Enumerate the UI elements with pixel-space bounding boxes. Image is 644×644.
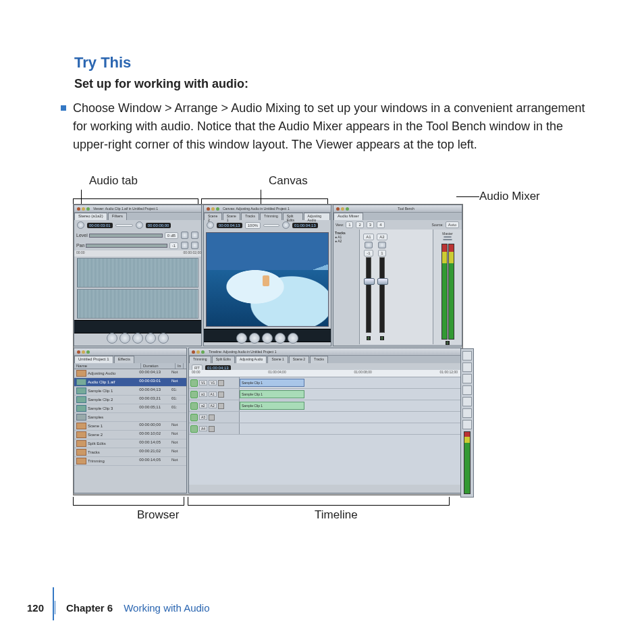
mute-icon[interactable] — [378, 242, 386, 248]
viewer-fit[interactable] — [115, 224, 133, 227]
canvas-view[interactable] — [263, 224, 279, 227]
view-2[interactable]: 2 — [356, 221, 363, 228]
zoom-icon[interactable] — [216, 207, 219, 211]
tab-stereo[interactable]: Stereo (a1a2) — [74, 213, 107, 220]
minimize-icon[interactable] — [341, 207, 344, 211]
minimize-icon[interactable] — [196, 350, 200, 354]
timeline-track[interactable]: a1A1Sample Clip 1 — [189, 389, 460, 400]
razor-tool-icon[interactable] — [462, 385, 472, 395]
goto-start-icon[interactable] — [236, 333, 247, 344]
fader-a2[interactable]: A2 1 0 — [377, 233, 387, 340]
zoom-icon[interactable] — [86, 350, 90, 354]
arrow-tool-icon[interactable] — [462, 351, 472, 360]
tab[interactable]: Trimming — [189, 356, 211, 363]
loop-icon[interactable] — [136, 221, 143, 229]
timeline-track[interactable]: A4 — [189, 423, 460, 435]
zoom-icon[interactable] — [346, 207, 349, 211]
close-icon[interactable] — [336, 207, 340, 211]
tab[interactable]: Scene 1 — [223, 213, 241, 220]
pan-value[interactable]: -1 — [169, 242, 178, 249]
view-3[interactable]: 3 — [367, 221, 374, 228]
goto-end-icon[interactable] — [158, 333, 169, 344]
browser-row[interactable]: Adjusting Audio00:00:04;13Not — [74, 369, 186, 378]
view-1[interactable]: 1 — [346, 221, 353, 228]
clip[interactable]: Sample Clip 1 — [240, 390, 304, 398]
fader-a1[interactable]: A1 -1 0 — [364, 233, 373, 340]
timeline-track[interactable]: a2A2Sample Clip 1 — [189, 400, 460, 412]
tab[interactable]: Trimming — [260, 213, 282, 220]
zoom-icon[interactable] — [201, 350, 205, 354]
tab[interactable]: Scene 1 — [267, 356, 288, 363]
tab-effects[interactable]: Effects — [114, 356, 134, 363]
mute-icon[interactable] — [444, 236, 452, 238]
reset-icon[interactable] — [191, 232, 198, 239]
track-enable-icon[interactable] — [190, 414, 198, 421]
tab[interactable]: Tracks — [241, 213, 259, 220]
track-enable-icon[interactable] — [190, 402, 198, 410]
canvas-zoom[interactable]: 100% — [245, 222, 261, 229]
canvas-tc-right[interactable]: 01:00:04;13 — [292, 223, 318, 228]
scrub-bar[interactable] — [74, 320, 201, 333]
play-icon[interactable] — [262, 333, 273, 344]
goto-start-icon[interactable] — [107, 333, 117, 344]
track-row[interactable]: ● A2 — [335, 239, 358, 243]
browser-row[interactable]: Tracks00:00:21;02Not — [74, 448, 186, 457]
lock-icon[interactable] — [218, 403, 224, 409]
edit-tool-icon[interactable] — [462, 363, 472, 372]
loop-icon[interactable] — [282, 221, 290, 229]
track-enable-icon[interactable] — [190, 425, 198, 433]
keyframe-icon[interactable] — [181, 232, 188, 239]
tab[interactable]: Split Edits — [212, 356, 235, 363]
browser-row[interactable]: Sample Clip 200:00:03;2101: — [74, 396, 186, 404]
browser-row[interactable]: Samples — [74, 413, 186, 422]
goto-end-icon[interactable] — [288, 333, 298, 344]
minimize-icon[interactable] — [82, 207, 85, 211]
lock-icon[interactable] — [218, 392, 224, 398]
close-icon[interactable] — [77, 207, 80, 211]
pen-tool-icon[interactable] — [462, 420, 472, 429]
zoom-icon[interactable] — [86, 207, 90, 211]
step-fwd-icon[interactable] — [275, 333, 286, 344]
pan-readout[interactable]: 1 — [378, 250, 385, 257]
tab-filters[interactable]: Filters — [108, 213, 127, 220]
browser-row[interactable]: Scene 100:00:00;00Not — [74, 422, 186, 431]
viewer-tc-right[interactable]: 00:00:00;00 — [146, 223, 171, 228]
browser-row[interactable]: Split Edits00:00:14;05Not — [74, 439, 186, 448]
view-4[interactable]: 4 — [377, 221, 384, 228]
timeline-track[interactable]: V1V1Sample Clip 1 — [189, 377, 460, 389]
loop-icon[interactable] — [77, 221, 84, 229]
tab[interactable]: Adjusting Audio — [236, 356, 267, 363]
tab-audio-mixer[interactable]: Audio Mixer — [333, 213, 363, 220]
browser-row[interactable]: Sample Clip 100:00:04;1301: — [74, 387, 186, 396]
lock-icon[interactable] — [209, 414, 215, 421]
mute-icon[interactable] — [365, 242, 373, 248]
col-in[interactable]: In — [176, 363, 184, 369]
close-icon[interactable] — [192, 350, 195, 354]
play-icon[interactable] — [132, 333, 143, 344]
zoom-tool-icon[interactable] — [462, 397, 472, 406]
browser-row[interactable]: Sample Clip 300:00:05;1101: — [74, 404, 186, 413]
browser-row[interactable]: Audio Clip 1.aif00:00:03:01Not — [74, 378, 186, 387]
step-back-icon[interactable] — [119, 333, 130, 344]
track-enable-icon[interactable] — [190, 379, 198, 387]
minimize-icon[interactable] — [211, 207, 215, 211]
col-name[interactable]: Name — [74, 363, 141, 369]
source-select[interactable]: Auto — [446, 221, 459, 228]
clip[interactable]: Sample Clip 1 — [240, 402, 304, 410]
timeline-ruler[interactable]: 00:0001:00:04;0001:00:08;0001:00:12;00 — [189, 370, 460, 377]
pan-readout[interactable]: -1 — [364, 250, 373, 257]
loop-icon[interactable] — [207, 221, 214, 229]
tab[interactable]: Scene 2 — [204, 213, 222, 220]
lock-icon[interactable] — [209, 426, 215, 432]
tab[interactable]: Scene 2 — [289, 356, 309, 363]
tab[interactable]: Adjusting Audio — [304, 213, 331, 220]
track-enable-icon[interactable] — [190, 391, 198, 398]
tab[interactable]: Split Edits — [283, 213, 303, 220]
browser-row[interactable]: Scene 200:00:10;02Not — [74, 431, 186, 439]
select-tool-icon[interactable] — [462, 374, 472, 383]
step-back-icon[interactable] — [249, 333, 260, 344]
tab-project[interactable]: Untitled Project 1 — [74, 356, 113, 363]
viewer-tc-left[interactable]: 00:00:03:01 — [87, 223, 113, 228]
step-fwd-icon[interactable] — [145, 333, 156, 344]
browser-row[interactable]: Trimming00:00:14;05Not — [74, 457, 186, 466]
